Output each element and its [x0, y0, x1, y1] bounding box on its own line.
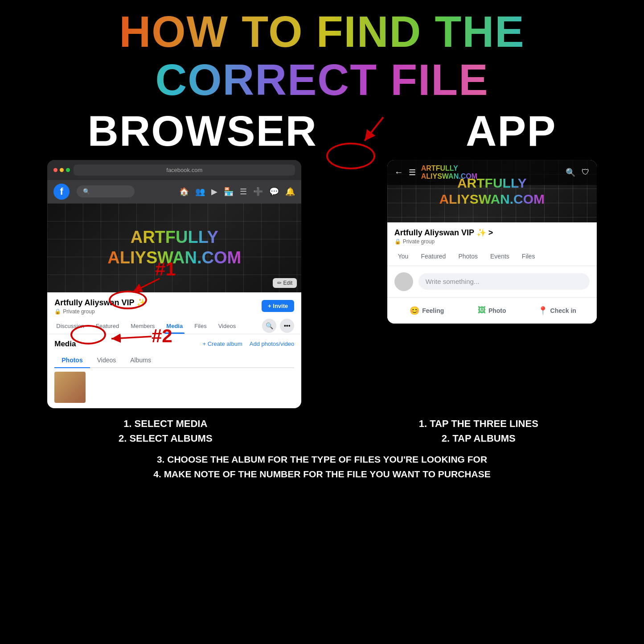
- tab-discussion[interactable]: Discussion: [54, 318, 86, 334]
- group-info: Artfully Aliyswan VIP ✨ 🔒 Private group …: [47, 292, 301, 318]
- dot-yellow: [60, 168, 64, 172]
- app-nav-icons: 🔍 🛡: [566, 168, 590, 177]
- app-tabs: You Featured Photos Events Files: [387, 248, 597, 266]
- app-tab-files[interactable]: Files: [517, 248, 541, 266]
- media-thumb-1[interactable]: [54, 372, 86, 403]
- private-badge: 🔒 Private group: [54, 308, 146, 315]
- photo-label: Photo: [488, 307, 506, 314]
- app-instructions: 1. TAP THE THREE LINES 2. TAP ALBUMS: [327, 416, 631, 446]
- app-action-bar: 😊 Feeling 🖼 Photo 📍 Check in: [387, 298, 597, 324]
- app-inst-2: 2. TAP ALBUMS: [327, 431, 631, 446]
- subtab-photos[interactable]: Photos: [54, 353, 90, 368]
- app-search-icon[interactable]: 🔍: [566, 168, 575, 177]
- private-label: Private group: [63, 308, 94, 315]
- browser-dots: [53, 168, 70, 172]
- feeling-label: Feeling: [422, 307, 444, 314]
- app-hamburger-icon[interactable]: ☰: [409, 168, 416, 177]
- media-grid: [54, 372, 294, 403]
- main-title: HOW TO FIND THE CORRECT FILE: [0, 0, 644, 107]
- subtab-videos[interactable]: Videos: [90, 353, 123, 367]
- plus-icon[interactable]: ➕: [253, 187, 263, 197]
- tab-icons: 🔍 •••: [262, 319, 294, 333]
- media-title: Media: [54, 340, 76, 349]
- app-private-label: Private group: [403, 238, 435, 245]
- cover-image: ARTFULLY ALIYSWAN.COM ✏ Edit: [47, 203, 301, 292]
- video-icon[interactable]: ▶: [211, 187, 217, 197]
- media-section: Media + Create album Add photos/video Ph…: [47, 334, 301, 408]
- app-cover-brand: ARTFULLY ALIYSWAN.COM: [439, 175, 545, 207]
- fb-header: f 🔍 🏠 👥 ▶ 🏪 ☰ ➕ 💬 🔔: [47, 180, 301, 203]
- app-cover: ARTFULLY ALIYSWAN.COM ← ☰ ARTFULLYALIYSW…: [387, 160, 597, 222]
- browser-screenshot: facebook.com f 🔍 🏠 👥 ▶ 🏪 ☰ ➕ 💬 🔔 ARTFULL…: [47, 160, 301, 408]
- content-area: facebook.com f 🔍 🏠 👥 ▶ 🏪 ☰ ➕ 💬 🔔 ARTFULL…: [0, 160, 644, 408]
- photo-icon: 🖼: [478, 306, 486, 315]
- app-screenshot: ARTFULLY ALIYSWAN.COM ← ☰ ARTFULLYALIYSW…: [387, 160, 597, 324]
- app-tab-events[interactable]: Events: [485, 248, 515, 266]
- fb-logo: f: [53, 184, 70, 200]
- browser-instructions: 1. SELECT MEDIA 2. SELECT ALBUMS: [13, 416, 318, 446]
- app-tab-you[interactable]: You: [393, 248, 414, 266]
- app-brand-line2: ALIYSWAN.COM: [439, 191, 545, 207]
- dot-red: [53, 168, 57, 172]
- store-icon[interactable]: 🏪: [224, 187, 234, 197]
- bell-icon[interactable]: 🔔: [285, 187, 295, 197]
- tab-media[interactable]: Media: [164, 318, 185, 334]
- app-user-avatar: [394, 272, 413, 291]
- group-tabs: Discussion Featured Members Media Files …: [47, 318, 301, 334]
- lock-icon: 🔒: [54, 308, 61, 315]
- app-private-badge: 🔒 Private group: [394, 238, 590, 245]
- media-actions: + Create album Add photos/video: [203, 340, 295, 347]
- sub-headers: BROWSER APP: [0, 107, 644, 160]
- title-gradient: HOW TO FIND THE CORRECT FILE: [119, 7, 525, 104]
- tab-files[interactable]: Files: [193, 318, 208, 334]
- cover-grid: [47, 203, 301, 292]
- checkin-icon: 📍: [538, 306, 548, 316]
- browser-inst-2: 2. SELECT ALBUMS: [13, 431, 318, 446]
- friends-icon[interactable]: 👥: [195, 187, 205, 197]
- add-photos-link[interactable]: Add photos/video: [250, 340, 294, 347]
- app-group-name: Artfully Aliyswan VIP ✨ >: [394, 228, 590, 238]
- bottom-inst-1: 3. CHOOSE THE ALBUM FOR THE TYPE OF FILE…: [9, 452, 635, 467]
- photo-action[interactable]: 🖼 Photo: [459, 302, 525, 319]
- app-post-box: Write something...: [387, 266, 597, 298]
- media-header: Media + Create album Add photos/video: [54, 340, 294, 349]
- fb-search[interactable]: 🔍: [77, 185, 135, 197]
- edit-button[interactable]: ✏ Edit: [273, 278, 297, 288]
- menu-icon[interactable]: ☰: [240, 187, 247, 197]
- write-something-field[interactable]: Write something...: [418, 273, 590, 290]
- search-tab-btn[interactable]: 🔍: [262, 319, 276, 333]
- group-name: Artfully Aliyswan VIP ✨: [54, 298, 146, 308]
- invite-button[interactable]: + Invite: [262, 300, 294, 312]
- fb-nav-icons: 🏠 👥 ▶ 🏪 ☰ ➕ 💬 🔔: [179, 187, 295, 197]
- subtab-albums[interactable]: Albums: [123, 353, 158, 367]
- bottom-inst-2: 4. MAKE NOTE OF THE NUMBER FOR THE FILE …: [9, 467, 635, 482]
- messenger-icon[interactable]: 💬: [269, 187, 279, 197]
- instructions-row: 1. SELECT MEDIA 2. SELECT ALBUMS 1. TAP …: [0, 408, 644, 450]
- feeling-icon: 😊: [410, 306, 419, 316]
- app-group-info: Artfully Aliyswan VIP ✨ > 🔒 Private grou…: [387, 222, 597, 248]
- checkin-action[interactable]: 📍 Check in: [525, 302, 590, 319]
- media-sub-tabs: Photos Videos Albums: [54, 353, 294, 368]
- home-icon[interactable]: 🏠: [179, 187, 189, 197]
- app-header: APP: [466, 107, 556, 156]
- bottom-instructions: 3. CHOOSE THE ALBUM FOR THE TYPE OF FILE…: [0, 450, 644, 486]
- app-tab-featured[interactable]: Featured: [415, 248, 451, 266]
- browser-inst-1: 1. SELECT MEDIA: [13, 416, 318, 431]
- app-back-btn[interactable]: ←: [394, 167, 403, 177]
- more-tab-btn[interactable]: •••: [280, 319, 294, 333]
- feeling-action[interactable]: 😊 Feeling: [394, 302, 459, 319]
- tab-members[interactable]: Members: [129, 318, 156, 334]
- app-shield-icon[interactable]: 🛡: [582, 168, 590, 177]
- app-inst-1: 1. TAP THE THREE LINES: [327, 416, 631, 431]
- tab-featured[interactable]: Featured: [94, 318, 121, 334]
- checkin-label: Check in: [550, 307, 576, 314]
- tab-videos[interactable]: Videos: [217, 318, 238, 334]
- browser-header: BROWSER: [88, 107, 317, 156]
- app-brand-line1: ARTFULLY: [439, 175, 545, 191]
- app-tab-photos[interactable]: Photos: [453, 248, 483, 266]
- browser-bar: facebook.com: [47, 160, 301, 180]
- create-album-link[interactable]: + Create album: [203, 340, 242, 347]
- app-lock-icon: 🔒: [394, 238, 401, 245]
- url-bar[interactable]: facebook.com: [74, 164, 295, 176]
- dot-green: [66, 168, 70, 172]
